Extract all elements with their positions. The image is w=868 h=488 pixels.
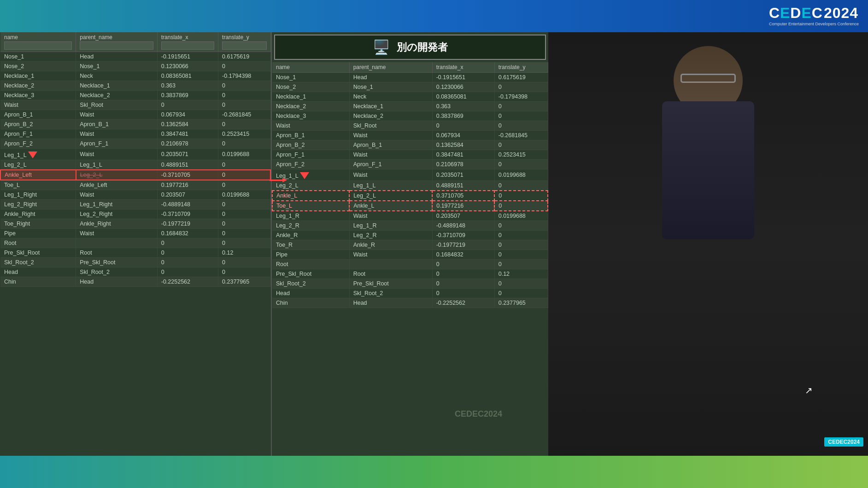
cell-ty: 0 bbox=[218, 229, 270, 238]
cell-parent: Apron_B_1 bbox=[349, 140, 432, 150]
table-row: Apron_F_2Apron_F_10.21069780 bbox=[0, 139, 270, 149]
cell-parent: Nose_1 bbox=[76, 62, 157, 71]
left-name-filter[interactable] bbox=[4, 41, 72, 50]
cell-ty: 0.0199688 bbox=[494, 169, 548, 181]
table-row: Leg_2_RightLeg_1_Right-0.48891480 bbox=[0, 200, 270, 209]
table-row: HeadSkl_Root_200 bbox=[0, 267, 270, 277]
table-row: Apron_B_1Waist0.067934-0.2681845 bbox=[0, 110, 270, 120]
cell-name: Waist bbox=[272, 121, 349, 131]
table-row: Pre_Skl_RootRoot00.12 bbox=[0, 248, 270, 258]
cell-name: Nose_2 bbox=[0, 62, 76, 71]
cell-parent: Leg_1_L bbox=[349, 181, 432, 191]
cell-ty: 0 bbox=[494, 240, 548, 250]
cell-tx: 0 bbox=[157, 238, 218, 248]
cell-parent: Waist bbox=[76, 110, 157, 120]
table-row: PipeWaist0.16848320 bbox=[272, 250, 548, 260]
cell-name: Necklace_3 bbox=[272, 111, 349, 121]
cell-parent: Ankle_Left bbox=[76, 180, 157, 190]
cell-ty: 0.2377965 bbox=[218, 277, 270, 287]
cell-tx: -0.1977219 bbox=[432, 240, 494, 250]
middle-table-container[interactable]: name parent_name translate_x translate_y bbox=[272, 62, 548, 456]
cell-tx: 0.08365081 bbox=[157, 71, 218, 81]
cell-parent: Apron_F_1 bbox=[349, 160, 432, 169]
cell-tx: -0.3710709 bbox=[432, 231, 494, 240]
cell-ty: 0 bbox=[218, 219, 270, 229]
cell-parent: Leg_1_L bbox=[76, 160, 157, 170]
table-row: Pre_Skl_RootRoot00.12 bbox=[272, 269, 548, 279]
cell-name: Head bbox=[0, 267, 76, 277]
left-col-parent: parent_name bbox=[76, 32, 157, 52]
cell-tx: 0.2035071 bbox=[432, 169, 494, 181]
table-row: Toe_LAnkle_Left0.19772160 bbox=[0, 180, 270, 190]
cell-name: Waist bbox=[0, 100, 76, 110]
left-table-container[interactable]: name parent_name translate_x transl bbox=[0, 32, 271, 456]
cell-name: Leg_1_L bbox=[0, 149, 76, 160]
cell-ty: 0 bbox=[218, 170, 270, 180]
cell-ty: -0.2681845 bbox=[494, 131, 548, 140]
cell-tx: 0.3837869 bbox=[157, 91, 218, 100]
cell-parent: Root bbox=[76, 248, 157, 258]
cell-name: Skl_Root_2 bbox=[0, 258, 76, 267]
cell-parent: Skl_Root_2 bbox=[349, 289, 432, 298]
cell-name: Apron_B_1 bbox=[272, 131, 349, 140]
cell-ty: 0.0199688 bbox=[218, 190, 270, 200]
cell-name: Apron_B_1 bbox=[0, 110, 76, 120]
table-row: Nose_2Nose_10.12300660 bbox=[0, 62, 270, 71]
cell-name: Chin bbox=[272, 298, 349, 308]
cell-tx: 0 bbox=[432, 260, 494, 269]
left-ty-filter[interactable] bbox=[222, 41, 266, 50]
cell-name: Root bbox=[0, 238, 76, 248]
cell-parent: Waist bbox=[349, 169, 432, 181]
cell-parent: Head bbox=[349, 298, 432, 308]
main-content: name parent_name translate_x transl bbox=[0, 32, 868, 456]
cell-name: Apron_F_1 bbox=[272, 150, 349, 160]
table-row: Nose_2Nose_10.12300660 bbox=[272, 82, 548, 92]
cell-tx: 0 bbox=[432, 279, 494, 289]
cell-tx: 0.3710705 bbox=[432, 191, 494, 201]
cell-name: Root bbox=[272, 260, 349, 269]
cell-ty: 0 bbox=[218, 100, 270, 110]
cell-tx: -0.2252562 bbox=[157, 277, 218, 287]
cell-tx: 0.1362584 bbox=[157, 120, 218, 129]
cell-parent: Apron_B_1 bbox=[76, 120, 157, 129]
bottom-bar bbox=[0, 456, 868, 488]
left-parent-filter[interactable] bbox=[80, 41, 153, 50]
cell-parent: Waist bbox=[76, 129, 157, 139]
cell-tx: 0.2106978 bbox=[432, 160, 494, 169]
cell-name: Ankle_R bbox=[272, 231, 349, 240]
cell-tx: 0 bbox=[157, 100, 218, 110]
table-row: Toe_RightAnkle_Right-0.19772190 bbox=[0, 219, 270, 229]
cell-tx: 0.1230066 bbox=[157, 62, 218, 71]
table-row: Ankle_LeftLeg_2_L-0.37107050 bbox=[0, 170, 270, 180]
cell-parent bbox=[349, 260, 432, 269]
mid-col-tx: translate_x bbox=[432, 62, 494, 73]
cell-name: Necklace_2 bbox=[0, 81, 76, 91]
cell-tx: 0.3847481 bbox=[157, 129, 218, 139]
cell-name: Apron_F_2 bbox=[272, 160, 349, 169]
table-row: WaistSkl_Root00 bbox=[272, 121, 548, 131]
cell-ty: 0 bbox=[494, 231, 548, 240]
cell-ty: 0 bbox=[218, 62, 270, 71]
cell-tx: 0.08365081 bbox=[432, 92, 494, 102]
cell-ty: -0.2681845 bbox=[218, 110, 270, 120]
cell-ty: 0.6175619 bbox=[494, 73, 548, 82]
cell-ty: 0 bbox=[494, 191, 548, 201]
cell-ty: 0 bbox=[218, 267, 270, 277]
table-row: Leg_1_RightWaist0.2035070.0199688 bbox=[0, 190, 270, 200]
cell-tx: 0.363 bbox=[157, 81, 218, 91]
cell-parent: Head bbox=[76, 277, 157, 287]
cell-parent: Nose_1 bbox=[349, 82, 432, 92]
cell-name: Nose_1 bbox=[0, 52, 76, 62]
cell-ty: 0 bbox=[494, 140, 548, 150]
cell-parent: Skl_Root bbox=[76, 100, 157, 110]
cell-name: Toe_Right bbox=[0, 219, 76, 229]
cell-tx: -0.1977219 bbox=[157, 219, 218, 229]
cell-name: Toe_L bbox=[272, 201, 349, 211]
cell-ty: 0.2523415 bbox=[218, 129, 270, 139]
table-row: Toe_RAnkle_R-0.19772190 bbox=[272, 240, 548, 250]
cell-tx: 0.4889151 bbox=[157, 160, 218, 170]
left-tx-filter[interactable] bbox=[161, 41, 214, 50]
cell-tx: 0.1977216 bbox=[432, 201, 494, 211]
cell-parent: Root bbox=[349, 269, 432, 279]
cell-parent: Leg_2_L bbox=[349, 191, 432, 201]
